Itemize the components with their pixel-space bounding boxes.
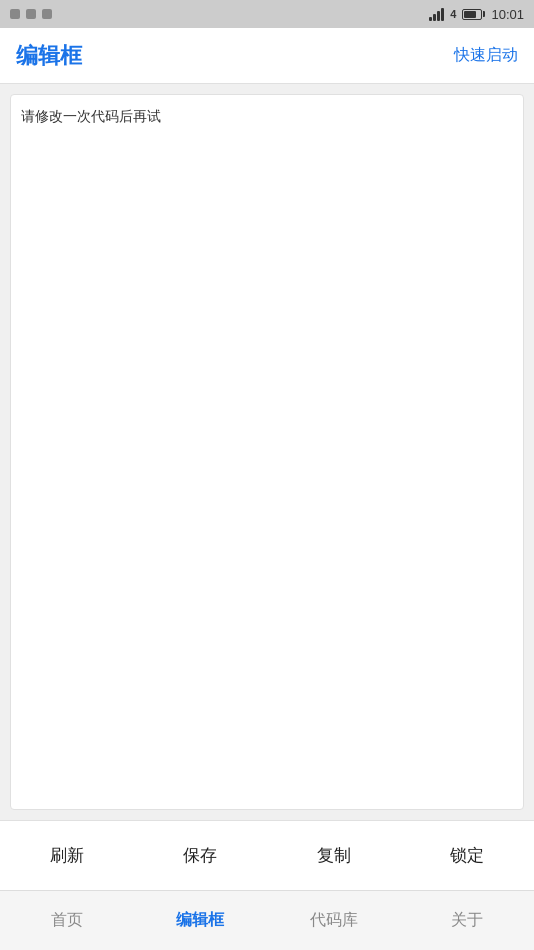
- nav-home[interactable]: 首页: [0, 891, 134, 950]
- save-button[interactable]: 保存: [134, 821, 268, 890]
- editor-content: 请修改一次代码后再试: [21, 108, 161, 124]
- status-dot-2: [26, 9, 36, 19]
- app-bar: 编辑框 快速启动: [0, 28, 534, 84]
- status-dot-3: [42, 9, 52, 19]
- nav-editor[interactable]: 编辑框: [134, 891, 268, 950]
- status-bar-left: [10, 9, 52, 19]
- nav-about[interactable]: 关于: [401, 891, 535, 950]
- quick-start-button[interactable]: 快速启动: [454, 45, 518, 66]
- battery-icon: [462, 9, 485, 20]
- refresh-button[interactable]: 刷新: [0, 821, 134, 890]
- status-dot-1: [10, 9, 20, 19]
- app-title: 编辑框: [16, 41, 82, 71]
- action-bar: 刷新 保存 复制 锁定: [0, 820, 534, 890]
- nav-codelib[interactable]: 代码库: [267, 891, 401, 950]
- time-display: 10:01: [491, 7, 524, 22]
- signal-icon: [429, 7, 444, 21]
- bottom-nav: 首页 编辑框 代码库 关于: [0, 890, 534, 950]
- status-bar: 4 10:01: [0, 0, 534, 28]
- status-bar-right: 4 10:01: [429, 7, 524, 22]
- lock-button[interactable]: 锁定: [401, 821, 535, 890]
- copy-button[interactable]: 复制: [267, 821, 401, 890]
- signal-type-icon: 4: [450, 8, 456, 20]
- editor-area[interactable]: 请修改一次代码后再试: [10, 94, 524, 810]
